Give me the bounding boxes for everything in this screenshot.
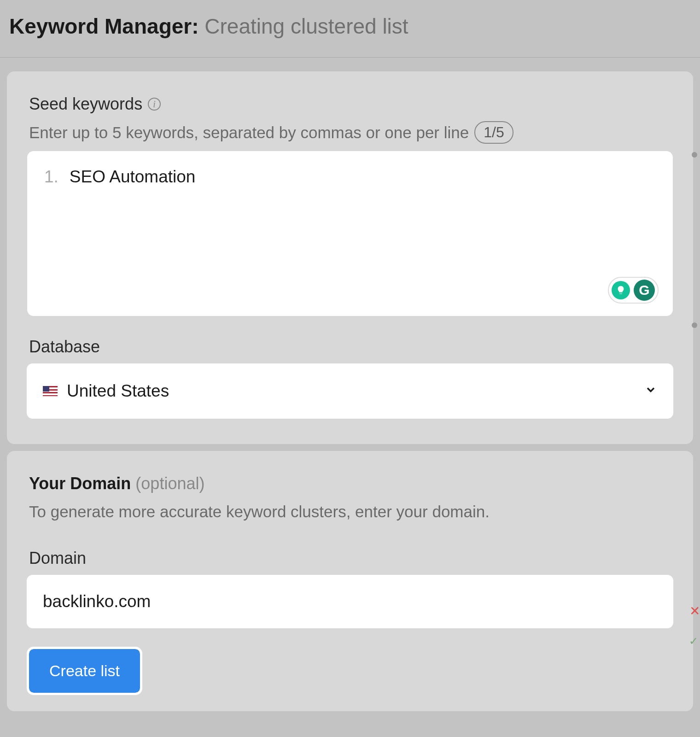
seed-keywords-card: Seed keywords i Enter up to 5 keywords, …: [7, 71, 693, 444]
your-domain-optional: (optional): [131, 474, 204, 493]
seed-keywords-help: Enter up to 5 keywords, separated by com…: [29, 121, 671, 144]
grammarly-bulb-icon[interactable]: [612, 281, 630, 299]
seed-keywords-input[interactable]: 1. SEO Automation G: [29, 153, 671, 314]
your-domain-card: Your Domain (optional) To generate more …: [7, 451, 693, 711]
domain-field-label: Domain: [29, 549, 671, 568]
scrollbar-marker-dot: [692, 322, 697, 328]
grammarly-widget[interactable]: G: [608, 277, 659, 304]
page-header: Keyword Manager: Creating clustered list: [0, 0, 700, 58]
header-title-suffix: Creating clustered list: [199, 14, 408, 38]
database-label: Database: [29, 337, 671, 357]
database-selected-value: United States: [67, 381, 644, 401]
keywords-counter: 1/5: [474, 121, 513, 144]
us-flag-icon: [43, 386, 58, 396]
your-domain-help: To generate more accurate keyword cluste…: [29, 503, 671, 521]
seed-keywords-help-text: Enter up to 5 keywords, separated by com…: [29, 123, 469, 142]
grammarly-g-icon[interactable]: G: [634, 280, 655, 301]
seed-keywords-label: Seed keywords: [29, 94, 142, 114]
info-icon[interactable]: i: [148, 98, 161, 111]
keyword-line-text: SEO Automation: [70, 167, 196, 187]
header-title-prefix: Keyword Manager:: [9, 14, 199, 38]
your-domain-title: Your Domain: [29, 474, 131, 493]
create-list-button[interactable]: Create list: [29, 649, 140, 693]
keyword-line-number: 1.: [44, 167, 58, 187]
domain-input[interactable]: [29, 577, 671, 626]
database-select[interactable]: United States: [29, 366, 671, 416]
scrollbar-marker-check-icon: ✓: [689, 635, 698, 648]
scrollbar-marker-dot: [692, 152, 697, 158]
scrollbar-marker-error-icon: ✕: [689, 603, 700, 619]
chevron-down-icon: [644, 383, 657, 399]
